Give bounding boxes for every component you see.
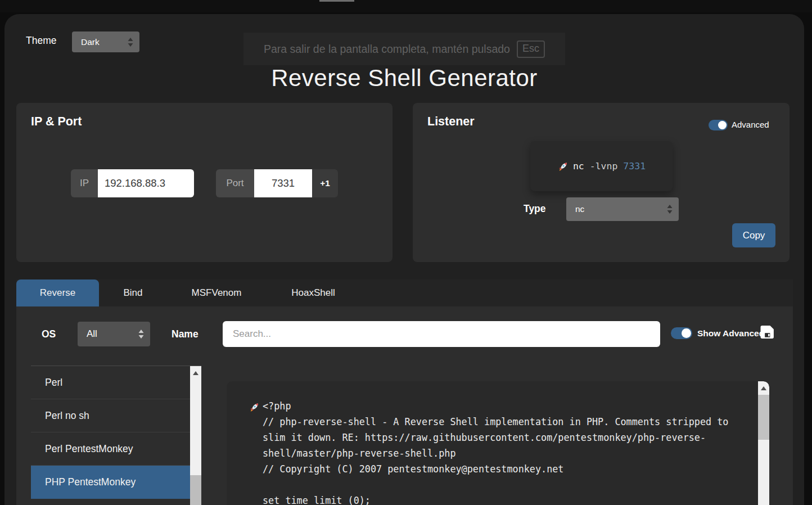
list-scrollbar-thumb[interactable] [190,475,201,505]
page-title: Reverse Shell Generator [4,65,804,92]
tab-msfvenom[interactable]: MSFVenom [167,279,266,306]
tab-reverse[interactable]: Reverse [16,279,99,306]
code-content: <?php // php-reverse-shell - A Reverse S… [263,398,750,505]
theme-select[interactable]: Dark [72,31,139,52]
show-advanced-label: Show Advanced [697,328,764,339]
port-input[interactable] [254,169,312,197]
port-input-group: Port +1 [216,169,338,197]
listener-type-value: nc [566,204,584,214]
scroll-up-arrow-icon[interactable] [761,386,766,390]
listener-type-select[interactable]: nc [566,197,679,221]
code-line: <?php [263,398,750,414]
os-filter-label: OS [42,328,56,340]
port-label: Port [216,169,254,197]
advanced-toggle[interactable] [709,120,728,130]
select-arrows-icon [667,205,673,214]
command-port: 7331 [623,161,646,172]
os-filter-value: All [78,328,97,340]
listener-panel: Listener Advanced nc -lvnp 7331 Type nc [413,103,790,262]
list-item[interactable]: Perl PentestMonkey [31,432,190,466]
shell-list: Perl Perl no sh Perl PentestMonkey PHP P… [31,366,201,505]
fullscreen-toast-text: Para salir de la pantalla completa, mant… [264,43,510,56]
command-args: -lvnp [590,161,618,172]
listener-command: nc -lvnp 7331 [573,161,646,172]
show-advanced-toggle[interactable] [671,327,692,339]
save-icon[interactable] [760,325,775,339]
code-line [263,477,750,493]
code-scrollbar[interactable] [758,381,769,505]
code-line: // Copyright (C) 2007 pentestmonkey@pent… [263,461,750,477]
listener-type-label: Type [524,203,546,215]
page: Theme Dark Para salir de la pantalla com… [0,0,812,505]
select-arrows-icon [138,330,144,339]
copy-button[interactable]: Copy [732,223,775,247]
fullscreen-toast: Para salir de la pantalla completa, mant… [243,33,565,65]
ip-input-group: IP [71,169,194,197]
list-scrollbar[interactable] [190,366,201,505]
reverse-tab-content: OS All Name Show Advanced Perl Perl no s… [16,306,793,505]
advanced-label: Advanced [732,120,769,129]
theme-label: Theme [26,35,56,47]
code-block: <?php // php-reverse-shell - A Reverse S… [227,381,769,505]
tab-bind[interactable]: Bind [99,279,167,306]
list-item[interactable]: Perl no sh [31,399,190,432]
ip-input[interactable] [98,169,194,197]
list-item-selected[interactable]: PHP PentestMonkey [31,466,190,499]
code-line: slim it down. RE: https://raw.githubuser… [263,430,750,445]
select-arrows-icon [128,38,133,47]
command-binary: nc [573,161,584,172]
listener-heading: Listener [427,115,475,129]
browser-top-bar [0,0,812,12]
code-line: set_time_limit (0); [263,493,750,505]
browser-tab-indicator [319,0,354,2]
code-scrollbar-thumb[interactable] [758,395,769,440]
scroll-up-arrow-icon[interactable] [193,371,199,375]
ip-port-panel: IP & Port IP Port +1 [16,103,393,262]
esc-key-badge: Esc [517,40,545,58]
shell-mode-tabs: Reverse Bind MSFVenom HoaxShell [16,279,793,306]
tab-hoaxshell[interactable]: HoaxShell [266,279,360,306]
ip-label: IP [71,169,98,197]
ip-port-heading: IP & Port [31,115,82,129]
code-line: // php-reverse-shell - A Reverse Shell i… [263,414,750,430]
list-item[interactable]: Perl [31,366,190,399]
os-filter-select[interactable]: All [78,322,150,346]
app-container: Theme Dark Para salir de la pantalla com… [4,14,804,505]
search-input[interactable] [223,321,660,347]
rocket-icon [557,161,569,172]
listener-command-box[interactable]: nc -lvnp 7331 [530,141,673,191]
theme-select-value: Dark [72,37,100,47]
code-line: shell/master/php-reverse-shell.php [263,445,750,461]
port-increment-button[interactable]: +1 [312,169,338,197]
show-advanced-toggle-knob [682,328,691,338]
rocket-icon [249,402,260,413]
advanced-toggle-knob [718,121,727,129]
name-filter-label: Name [172,328,199,340]
